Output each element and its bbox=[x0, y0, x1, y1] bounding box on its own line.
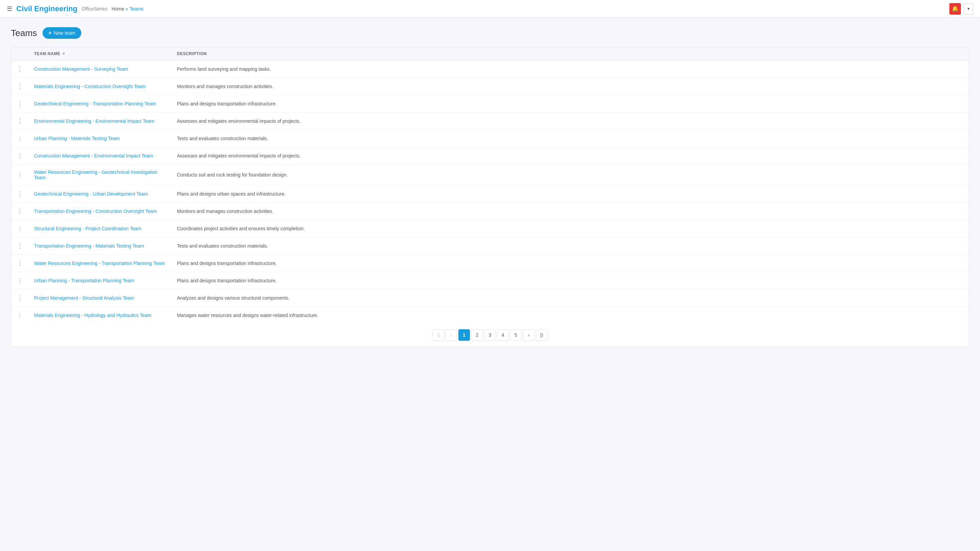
row-menu-dots[interactable]: ⋮ bbox=[17, 312, 23, 319]
teams-table: TEAM NAME ▼ DESCRIPTION ⋮ Construction M… bbox=[11, 47, 969, 324]
breadcrumb-current: Teams bbox=[129, 6, 143, 11]
hamburger-icon[interactable]: ☰ bbox=[7, 5, 12, 13]
row-team-name: Materials Engineering - Construction Ove… bbox=[29, 78, 172, 95]
table-row: ⋮ Geotechnical Engineering - Urban Devel… bbox=[11, 185, 969, 203]
team-name-link[interactable]: Water Resources Engineering - Transporta… bbox=[34, 260, 165, 266]
table-body: ⋮ Construction Management - Surveying Te… bbox=[11, 60, 969, 324]
table-row: ⋮ Structural Engineering - Project Coord… bbox=[11, 220, 969, 237]
th-team-name: TEAM NAME ▼ bbox=[29, 47, 172, 60]
table-row: ⋮ Materials Engineering - Construction O… bbox=[11, 78, 969, 95]
row-menu-cell: ⋮ bbox=[11, 60, 29, 78]
header-right: 🔔 ▾ bbox=[950, 3, 973, 14]
pagination-next[interactable]: › bbox=[523, 329, 535, 341]
table-row: ⋮ Water Resources Engineering - Transpor… bbox=[11, 255, 969, 272]
row-menu-cell: ⋮ bbox=[11, 255, 29, 272]
col-description-label: DESCRIPTION bbox=[177, 51, 207, 56]
row-description: Manages water resources and designs wate… bbox=[172, 307, 969, 324]
row-menu-dots[interactable]: ⋮ bbox=[17, 277, 23, 284]
team-name-link[interactable]: Construction Management - Surveying Team bbox=[34, 66, 128, 72]
row-menu-dots[interactable]: ⋮ bbox=[17, 295, 23, 301]
row-menu-cell: ⋮ bbox=[11, 95, 29, 113]
teams-table-container: TEAM NAME ▼ DESCRIPTION ⋮ Construction M… bbox=[11, 47, 969, 346]
row-team-name: Project Management - Structural Analysis… bbox=[29, 289, 172, 307]
team-name-link[interactable]: Geotechnical Engineering - Urban Develop… bbox=[34, 191, 148, 197]
description-text: Monitors and manages construction activi… bbox=[177, 84, 273, 89]
row-team-name: Structural Engineering - Project Coordin… bbox=[29, 220, 172, 237]
table-row: ⋮ Geotechnical Engineering - Transportat… bbox=[11, 95, 969, 113]
table-row: ⋮ Construction Management - Surveying Te… bbox=[11, 60, 969, 78]
row-menu-cell: ⋮ bbox=[11, 272, 29, 289]
row-team-name: Transportation Engineering - Materials T… bbox=[29, 237, 172, 255]
row-menu-dots[interactable]: ⋮ bbox=[17, 83, 23, 90]
table-row: ⋮ Construction Management - Environmenta… bbox=[11, 147, 969, 165]
row-menu-dots[interactable]: ⋮ bbox=[17, 100, 23, 107]
app-subtitle: OfficeSeries bbox=[82, 6, 108, 11]
col-team-name-label: TEAM NAME bbox=[34, 51, 60, 56]
row-menu-dots[interactable]: ⋮ bbox=[17, 152, 23, 159]
row-team-name: Urban Planning - Materials Testing Team bbox=[29, 130, 172, 147]
pagination-first[interactable]: ⟨| bbox=[433, 329, 444, 341]
team-name-link[interactable]: Geotechnical Engineering - Transportatio… bbox=[34, 101, 156, 106]
pagination-page-3[interactable]: 3 bbox=[484, 329, 496, 341]
main-content: Teams + New team TEAM NAME ▼ DESCRIPTION bbox=[0, 18, 980, 356]
team-name-link[interactable]: Materials Engineering - Hydrology and Hy… bbox=[34, 313, 151, 318]
row-menu-cell: ⋮ bbox=[11, 130, 29, 147]
team-name-link[interactable]: Transportation Engineering - Constructio… bbox=[34, 208, 157, 214]
table-row: ⋮ Project Management - Structural Analys… bbox=[11, 289, 969, 307]
filter-icon: ▼ bbox=[62, 51, 66, 56]
row-menu-dots[interactable]: ⋮ bbox=[17, 191, 23, 197]
row-menu-cell: ⋮ bbox=[11, 289, 29, 307]
row-team-name: Transportation Engineering - Constructio… bbox=[29, 203, 172, 220]
description-text: Analyzes and designs various structural … bbox=[177, 295, 290, 301]
team-name-link[interactable]: Transportation Engineering - Materials T… bbox=[34, 243, 144, 249]
row-menu-dots[interactable]: ⋮ bbox=[17, 225, 23, 232]
row-team-name: Construction Management - Surveying Team bbox=[29, 60, 172, 78]
team-name-link[interactable]: Construction Management - Environmental … bbox=[34, 153, 153, 159]
team-name-link[interactable]: Urban Planning - Transportation Planning… bbox=[34, 278, 134, 283]
team-name-link[interactable]: Project Management - Structural Analysis… bbox=[34, 295, 134, 301]
row-description: Monitors and manages construction activi… bbox=[172, 203, 969, 220]
team-name-link[interactable]: Materials Engineering - Construction Ove… bbox=[34, 84, 146, 89]
table-row: ⋮ Urban Planning - Materials Testing Tea… bbox=[11, 130, 969, 147]
app-title: Civil Engineering bbox=[16, 5, 78, 13]
row-menu-dots[interactable]: ⋮ bbox=[17, 171, 23, 178]
row-menu-dots[interactable]: ⋮ bbox=[17, 260, 23, 267]
team-name-filter[interactable]: TEAM NAME ▼ bbox=[34, 51, 66, 56]
row-description: Plans and designs urban spaces and infra… bbox=[172, 185, 969, 203]
description-text: Manages water resources and designs wate… bbox=[177, 313, 318, 318]
user-dropdown-button[interactable]: ▾ bbox=[964, 3, 973, 14]
breadcrumb-home[interactable]: Home bbox=[111, 6, 124, 11]
row-menu-dots[interactable]: ⋮ bbox=[17, 135, 23, 142]
pagination-page-2[interactable]: 2 bbox=[471, 329, 483, 341]
page-header: Teams + New team bbox=[11, 27, 969, 39]
pagination-page-5[interactable]: 5 bbox=[510, 329, 522, 341]
app-header: ☰ Civil Engineering OfficeSeries Home » … bbox=[0, 0, 980, 18]
row-menu-dots[interactable]: ⋮ bbox=[17, 208, 23, 214]
row-team-name: Environmental Engineering - Environmenta… bbox=[29, 113, 172, 130]
row-description: Assesses and mitigates environmental imp… bbox=[172, 147, 969, 165]
pagination-page-1[interactable]: 1 bbox=[458, 329, 470, 341]
team-name-link[interactable]: Urban Planning - Materials Testing Team bbox=[34, 136, 120, 141]
team-name-link[interactable]: Environmental Engineering - Environmenta… bbox=[34, 118, 154, 124]
new-team-button[interactable]: + New team bbox=[43, 27, 81, 39]
description-text: Conducts soil and rock testing for found… bbox=[177, 172, 288, 178]
team-name-link[interactable]: Structural Engineering - Project Coordin… bbox=[34, 226, 142, 231]
pagination-page-4[interactable]: 4 bbox=[497, 329, 509, 341]
row-menu-dots[interactable]: ⋮ bbox=[17, 118, 23, 124]
row-menu-cell: ⋮ bbox=[11, 203, 29, 220]
team-name-link[interactable]: Water Resources Engineering - Geotechnic… bbox=[34, 169, 158, 180]
page-title: Teams bbox=[11, 28, 37, 38]
notification-button[interactable]: 🔔 bbox=[950, 3, 961, 14]
row-team-name: Geotechnical Engineering - Urban Develop… bbox=[29, 185, 172, 203]
description-text: Assesses and mitigates environmental imp… bbox=[177, 118, 301, 124]
row-menu-dots[interactable]: ⋮ bbox=[17, 243, 23, 249]
description-text: Monitors and manages construction activi… bbox=[177, 208, 273, 214]
row-description: Analyzes and designs various structural … bbox=[172, 289, 969, 307]
header-left: ☰ Civil Engineering OfficeSeries Home » … bbox=[7, 5, 143, 13]
row-menu-dots[interactable]: ⋮ bbox=[17, 66, 23, 73]
description-text: Performs land surveying and mapping task… bbox=[177, 66, 271, 72]
pagination-prev[interactable]: ‹ bbox=[445, 329, 457, 341]
pagination-last[interactable]: |⟩ bbox=[536, 329, 547, 341]
row-menu-cell: ⋮ bbox=[11, 147, 29, 165]
row-description: Tests and evaluates construction materia… bbox=[172, 130, 969, 147]
